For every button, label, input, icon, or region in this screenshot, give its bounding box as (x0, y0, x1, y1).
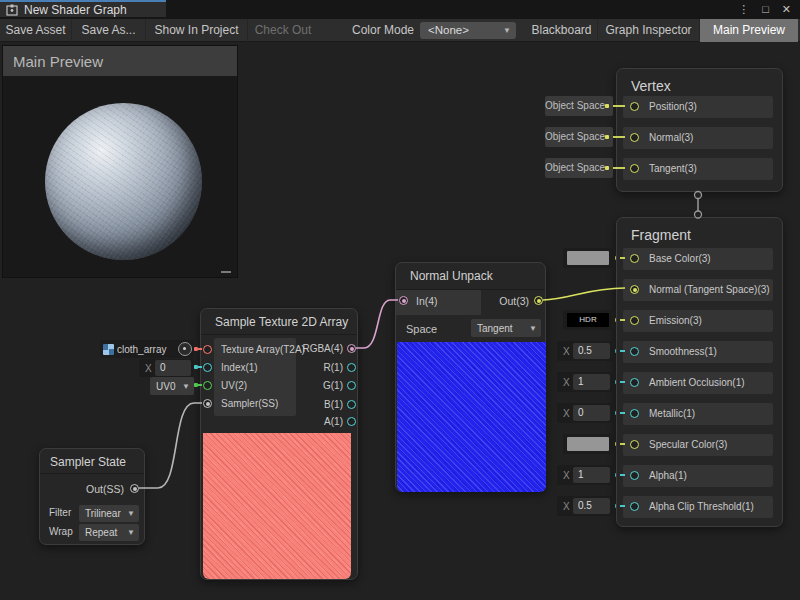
fragment-row-smoothness: Smoothness(1) (623, 341, 773, 363)
color-mode-dropdown[interactable]: <None> ▼ (420, 22, 516, 39)
dropdown-arrow-icon: ▼ (127, 509, 135, 518)
save-as-button[interactable]: Save As... (72, 19, 146, 42)
fragment-row-base-color: Base Color(3) (623, 248, 773, 270)
close-icon[interactable]: ✕ (782, 0, 791, 19)
float-input[interactable]: 0.5 (573, 498, 610, 514)
float-input[interactable]: 1 (573, 467, 610, 483)
kebab-menu-icon[interactable]: ⋮ (738, 0, 749, 19)
color-swatch (567, 437, 609, 451)
fragment-row-ambient-occlusion: Ambient Occlusion(1) (623, 372, 773, 394)
maximize-icon[interactable]: □ (762, 0, 769, 19)
port-texture-array-input[interactable] (203, 345, 212, 354)
base-color-swatch[interactable] (563, 248, 613, 268)
fragment-node[interactable]: Fragment Base Color(3) Normal (Tangent S… (616, 217, 783, 527)
binding-badge-normal: Object Space (545, 127, 613, 147)
port-normal-tangent-space[interactable] (630, 285, 639, 294)
main-preview-toggle-button[interactable]: Main Preview (700, 19, 798, 42)
port-position-input[interactable] (630, 102, 639, 111)
texture-array-object-field[interactable]: cloth_array (100, 340, 194, 358)
main-preview-sphere (45, 103, 202, 260)
binding-badge-position: Object Space (545, 96, 613, 116)
dropdown-arrow-icon: ▼ (529, 324, 537, 333)
port-emission[interactable] (630, 316, 639, 325)
specular-color-swatch[interactable] (563, 434, 613, 454)
port-r-output[interactable] (347, 363, 356, 372)
port-rgba-output[interactable] (347, 344, 356, 353)
save-asset-button[interactable]: Save Asset (0, 19, 72, 42)
connector-dot (605, 135, 609, 139)
connector-dot (605, 104, 609, 108)
sample-texture-2d-array-node[interactable]: Sample Texture 2D Array Texture Array(T2… (200, 308, 358, 580)
connector-dot (194, 347, 198, 351)
port-out-ss-output[interactable] (130, 484, 139, 493)
graph-inspector-toggle-button[interactable]: Graph Inspector (598, 19, 700, 42)
ambient-occlusion-field[interactable]: X 1 (557, 372, 613, 392)
shader-graph-window: New Shader Graph ⋮ □ ✕ Save Asset Save A… (0, 0, 800, 600)
color-mode-value: <None> (428, 24, 503, 36)
port-uv-input[interactable] (203, 381, 212, 390)
blackboard-toggle-button[interactable]: Blackboard (526, 19, 598, 42)
main-preview-title: Main Preview (13, 53, 103, 70)
port-sampler-input[interactable] (203, 399, 212, 408)
dropdown-arrow-icon: ▼ (182, 382, 190, 391)
dropdown-arrow-icon: ▼ (127, 528, 135, 537)
float-input[interactable]: 0.5 (573, 343, 610, 359)
fragment-row-alpha: Alpha(1) (623, 465, 773, 487)
fragment-row-alpha-clip-threshold: Alpha Clip Threshold(1) (623, 496, 773, 518)
divider (40, 473, 144, 474)
divider (201, 334, 357, 335)
port-normal-input[interactable] (630, 133, 639, 142)
port-ambient-occlusion[interactable] (630, 378, 639, 387)
emission-hdr-swatch[interactable]: HDR (563, 310, 613, 330)
uv-channel-dropdown[interactable]: UV0 ▼ (150, 377, 194, 395)
fragment-row-specular-color: Specular Color(3) (623, 434, 773, 456)
panel-resize-handle[interactable] (221, 271, 231, 273)
main-preview-header[interactable]: Main Preview (3, 46, 237, 76)
space-dropdown[interactable]: Tangent ▼ (471, 319, 541, 337)
port-b-output[interactable] (347, 400, 356, 409)
metallic-field[interactable]: X 0 (557, 403, 613, 423)
wrap-dropdown[interactable]: Repeat ▼ (79, 524, 139, 541)
port-specular-color[interactable] (630, 440, 639, 449)
port-alpha-clip-threshold[interactable] (630, 502, 639, 511)
alpha-field[interactable]: X 1 (557, 465, 613, 485)
vertex-node[interactable]: Vertex Position(3) Normal(3) Tangent(3) (616, 68, 783, 192)
index-field[interactable]: X 0 (139, 359, 194, 377)
tab-new-shader-graph[interactable]: New Shader Graph (0, 0, 166, 17)
port-g-output[interactable] (347, 381, 356, 390)
title-bar: New Shader Graph ⋮ □ ✕ (0, 0, 800, 19)
vertex-row-normal: Normal(3) (623, 127, 773, 149)
connector-dot (194, 383, 198, 387)
port-a-output[interactable] (347, 417, 356, 426)
port-base-color[interactable] (630, 254, 639, 263)
texture-thumbnail-icon (103, 344, 114, 355)
port-metallic[interactable] (630, 409, 639, 418)
in-row-block (396, 290, 481, 315)
check-out-button[interactable]: Check Out (248, 19, 318, 42)
port-alpha[interactable] (630, 471, 639, 480)
sampler-state-title: Sampler State (50, 455, 126, 469)
port-tangent-input[interactable] (630, 164, 639, 173)
object-picker-icon[interactable] (178, 342, 192, 356)
alpha-clip-threshold-field[interactable]: X 0.5 (557, 496, 613, 516)
vertex-node-title: Vertex (631, 78, 671, 94)
show-in-project-button[interactable]: Show In Project (146, 19, 248, 42)
normal-unpack-node[interactable]: Normal Unpack In(4) Out(3) Space Tangent… (395, 262, 546, 492)
fragment-row-normal: Normal (Tangent Space)(3) (623, 279, 773, 301)
port-out-output[interactable] (534, 296, 543, 305)
node-preview-texture (203, 433, 351, 579)
hdr-color-swatch: HDR (567, 313, 609, 327)
float-input[interactable]: 0 (573, 405, 610, 421)
float-input[interactable]: 1 (573, 374, 610, 390)
port-index-input[interactable] (203, 363, 212, 372)
port-in-input[interactable] (399, 296, 408, 305)
node-preview-normal-map (397, 342, 546, 492)
filter-dropdown[interactable]: Trilinear ▼ (79, 505, 139, 522)
port-smoothness[interactable] (630, 347, 639, 356)
sampler-state-node[interactable]: Sampler State Out(SS) Filter Trilinear ▼… (39, 448, 145, 545)
smoothness-field[interactable]: X 0.5 (557, 341, 613, 361)
connector-dot (194, 365, 198, 369)
sample-texture-node-title: Sample Texture 2D Array (215, 315, 348, 329)
shader-graph-icon (6, 4, 18, 16)
float-input[interactable]: 0 (155, 360, 191, 376)
